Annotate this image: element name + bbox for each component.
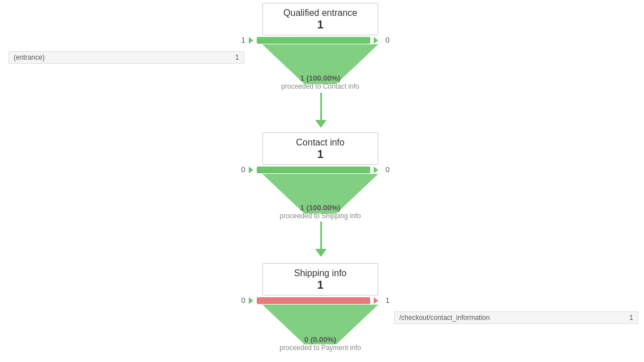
bar-right-arrow-1 [374,37,378,44]
proceed-text-3: proceeded to Payment info [262,344,378,352]
entrance-label-text: (entrance) [14,53,45,61]
funnel-container: (entrance) 1 /checkout/contact_informati… [0,0,644,362]
proceed-count-1: 1 (100.00%) [262,74,378,82]
bar-row-1: 1 0 [237,36,390,44]
bar-track-3 [257,297,370,304]
connector-2 [315,222,327,257]
bar-left-num-3: 0 [237,296,245,305]
checkout-label-value: 1 [629,314,633,322]
stage-qualified-entrance: Qualified entrance 1 [262,3,378,35]
stage-title-3: Shipping info [269,268,372,278]
proceed-section-1: 1 (100.00%) proceeded to Contact info [262,74,378,90]
bar-row-2: 0 0 [237,165,390,174]
connector-line-1 [320,93,322,120]
bar-left-num-2: 0 [237,165,245,174]
bar-left-arrow-2 [249,167,253,173]
connector-1 [315,93,327,128]
connector-head-2 [315,249,327,257]
stage-count-2: 1 [269,148,372,161]
stage-contact-info: Contact info 1 [262,132,378,165]
bar-left-arrow-3 [249,297,253,304]
bar-right-num-2: 0 [382,165,390,174]
proceed-section-3: 0 (0.00%) proceeded to Payment info [262,335,378,352]
checkout-label: /checkout/contact_information 1 [394,311,638,324]
bar-right-arrow-2 [374,167,378,173]
bar-left-arrow-1 [249,37,253,44]
bar-track-1 [257,37,370,44]
bar-fill-1 [257,37,370,44]
bar-row-3: 0 1 [237,296,390,305]
entrance-label: (entrance) 1 [9,51,244,64]
stage-count-3: 1 [269,278,372,292]
bar-fill-3 [257,297,370,304]
connector-line-2 [320,222,322,249]
stage-count-1: 1 [269,18,372,31]
proceed-count-2: 1 (100.00%) [262,203,378,212]
bar-track-2 [257,167,370,173]
bar-right-num-1: 0 [382,36,390,44]
proceed-text-1: proceeded to Contact info [262,82,378,90]
proceed-section-2: 1 (100.00%) proceeded to Shipping info [262,203,378,220]
proceed-count-3: 0 (0.00%) [262,335,378,344]
entrance-label-value: 1 [235,53,239,61]
checkout-label-text: /checkout/contact_information [399,314,490,322]
bar-right-num-3: 1 [382,296,390,305]
connector-head-1 [315,120,327,128]
stage-title-2: Contact info [269,138,372,148]
bar-fill-2 [257,167,370,173]
bar-left-num-1: 1 [237,36,245,44]
bar-right-arrow-3 [374,297,378,304]
stage-title-1: Qualified entrance [269,8,372,18]
stage-shipping-info: Shipping info 1 [262,263,378,296]
proceed-text-2: proceeded to Shipping info [262,212,378,220]
